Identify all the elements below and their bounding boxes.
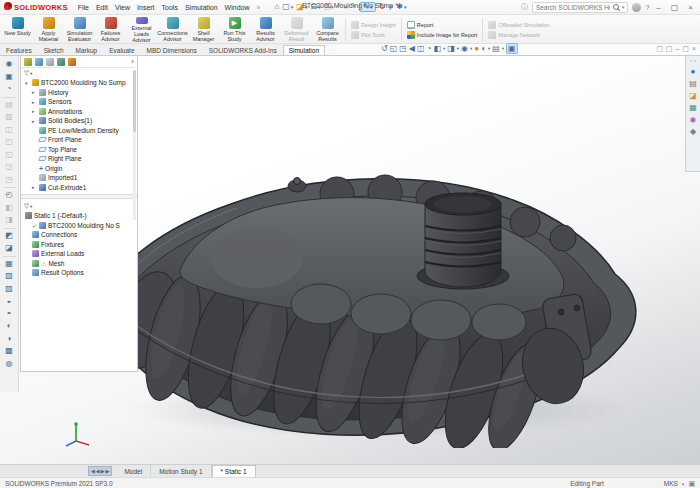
zoom-to-fit-icon[interactable]: ◱ — [390, 44, 398, 53]
menu-pin-icon[interactable]: » — [257, 4, 261, 11]
tree-item-material[interactable]: PE Low/Medium Density — [21, 126, 137, 136]
display-style-caret-icon[interactable]: ▾ — [457, 46, 459, 51]
tree-item-front-plane[interactable]: Front Plane — [21, 135, 137, 145]
search-icon[interactable] — [613, 4, 619, 10]
report-button[interactable]: Report — [407, 21, 478, 29]
doc-close-icon[interactable]: × — [692, 45, 696, 53]
trim-tool-icon[interactable]: ▨ — [5, 283, 13, 296]
tab-sketch[interactable]: Sketch — [38, 45, 70, 55]
zoom-previous-icon[interactable]: ↺ — [381, 44, 388, 53]
close-button[interactable]: × — [685, 3, 696, 12]
study-item-fixtures[interactable]: Fixtures — [21, 240, 137, 250]
expander-icon[interactable]: ▸ — [32, 89, 37, 95]
tree-scrollbar[interactable] — [133, 70, 136, 220]
tab-solidworks-add-ins[interactable]: SOLIDWORKS Add-Ins — [203, 45, 283, 55]
panel-splitter[interactable] — [21, 194, 137, 199]
filter-icon[interactable]: ▽ — [24, 202, 29, 210]
menu-file[interactable]: File — [78, 4, 89, 11]
expander-icon[interactable]: ▸ — [32, 184, 37, 190]
file-explorer-icon[interactable]: ◪ — [689, 91, 697, 100]
connections-advisor-button[interactable]: Connections Advisor — [157, 16, 188, 43]
study-item-part[interactable]: ✓ BTC2000 Moulding No S — [21, 221, 137, 231]
tree-filter[interactable]: ▽ ▾ — [21, 68, 137, 78]
hide-show-items-icon[interactable]: ◉ — [461, 44, 468, 53]
section-view-icon[interactable]: ◫ — [417, 44, 425, 53]
user-account-icon[interactable] — [632, 3, 641, 12]
custom-properties-icon[interactable]: ◆ — [690, 127, 696, 136]
apply-scene-icon[interactable]: ◐ — [481, 44, 486, 53]
units-caret-icon[interactable]: ▾ — [682, 481, 685, 487]
view-palette-icon[interactable]: ▦ — [689, 103, 697, 112]
previous-view-icon[interactable]: ◀ — [409, 44, 415, 53]
fillet-tool-icon[interactable]: ▩ — [5, 345, 13, 358]
tree-item-sensors[interactable]: ▸ Sensors — [21, 97, 137, 107]
study-item-external-loads[interactable]: External Loads — [21, 249, 137, 259]
sheet-nav-control[interactable]: ◀ ◀ ▶ ▶ — [88, 466, 112, 476]
shell-manager-button[interactable]: Shell Manager — [188, 16, 219, 43]
nav-first-icon[interactable]: ◀ — [91, 468, 95, 474]
study-tool-icon[interactable]: ◉ — [6, 58, 13, 71]
apply-material-button[interactable]: Apply Material — [33, 16, 64, 43]
design-library-icon[interactable]: ▤ — [689, 79, 697, 88]
pattern-tool-icon[interactable]: ◑ — [7, 333, 12, 346]
view-settings-caret-icon[interactable]: ▾ — [502, 46, 504, 51]
study-item-connections[interactable]: Connections — [21, 230, 137, 240]
material-tool-icon[interactable]: ▣ — [5, 71, 13, 84]
compare-tool-icon[interactable]: ◪ — [5, 242, 13, 255]
expander-icon[interactable]: ▸ — [32, 108, 37, 114]
dynamic-annotation-icon[interactable]: ◔ — [427, 44, 432, 53]
tree-item-cut-extrude1[interactable]: ▸ Cut-Extrude1 — [21, 183, 137, 193]
study-item-mesh[interactable]: ⚠ Mesh — [21, 259, 137, 269]
model-viewport[interactable] — [85, 108, 660, 448]
tab-evaluate[interactable]: Evaluate — [103, 45, 140, 55]
tab-motion-study-1[interactable]: Motion Study 1 — [151, 465, 211, 477]
solidworks-resources-icon[interactable]: ● — [691, 67, 696, 76]
menu-insert[interactable]: Insert — [137, 4, 155, 11]
status-customize-icon[interactable]: ▣ — [688, 480, 695, 488]
menu-tools[interactable]: Tools — [162, 4, 178, 11]
filter-icon[interactable]: ▽ — [24, 69, 29, 77]
tab-model[interactable]: Model — [116, 465, 151, 477]
tree-item-imported1[interactable]: Imported1 — [21, 173, 137, 183]
realview-icon[interactable]: ▣ — [506, 43, 518, 54]
featuremanager-tab-icon[interactable] — [24, 58, 32, 66]
displaymanager-tab-icon[interactable] — [68, 58, 76, 66]
new-document-icon[interactable]: ▢▾ — [282, 3, 293, 11]
tree-item-right-plane[interactable]: Right Plane — [21, 154, 137, 164]
include-image-for-report-button[interactable]: Include Image for Report — [407, 31, 478, 39]
propertymanager-tab-icon[interactable] — [35, 58, 43, 66]
run-this-study-button[interactable]: ▶Run This Study — [219, 16, 250, 43]
menu-view[interactable]: View — [115, 4, 130, 11]
tree-item-history[interactable]: ▸ History — [21, 88, 137, 98]
compare-results-button[interactable]: Compare Results — [312, 16, 343, 43]
tree-item-annotations[interactable]: ▸ Annotations — [21, 107, 137, 117]
expander-icon[interactable]: ▾ — [25, 80, 30, 86]
dimension-tool-icon[interactable]: ▧ — [5, 270, 13, 283]
3d-model[interactable] — [85, 108, 660, 448]
menu-simulation[interactable]: Simulation — [185, 4, 218, 11]
nav-last-icon[interactable]: ▶ — [106, 468, 110, 474]
doc-tile-icon[interactable]: ▢ — [666, 45, 673, 53]
display-style-icon[interactable]: ◨ — [447, 44, 455, 53]
appearances-scenes-icon[interactable]: ◉ — [690, 115, 697, 124]
failures-advisor-button[interactable]: Failures Advisor — [95, 16, 126, 43]
tab-simulation[interactable]: Simulation — [283, 45, 325, 55]
simulation-evaluator-button[interactable]: Simulation Evaluator — [64, 16, 95, 43]
study-item-result-options[interactable]: Result Options — [21, 268, 137, 278]
evaluator-tool-icon[interactable]: ◔ — [7, 83, 12, 96]
status-units[interactable]: MKS — [664, 480, 678, 487]
apply-scene-caret-icon[interactable]: ▾ — [488, 46, 490, 51]
panel-flyout-arrow-icon[interactable]: › — [131, 57, 134, 66]
search-caret-icon[interactable]: ▾ — [622, 4, 625, 10]
convert-tool-icon[interactable]: ◒ — [7, 295, 12, 308]
minimize-button[interactable]: – — [653, 3, 663, 12]
menu-edit[interactable]: Edit — [96, 4, 108, 11]
doc-minimize-icon[interactable]: – — [675, 45, 679, 53]
tree-scrollbar-thumb[interactable] — [133, 70, 136, 132]
home-icon[interactable]: ⌂ — [274, 3, 279, 11]
zoom-to-area-icon[interactable]: ◳ — [399, 44, 407, 53]
filter-caret-icon[interactable]: ▾ — [30, 204, 32, 209]
doc-cascade-icon[interactable]: ▢ — [656, 45, 663, 53]
report-tool-icon[interactable]: ◩ — [5, 230, 13, 243]
taskpane-collapse-icon[interactable]: ▫ ▫ — [690, 59, 696, 64]
